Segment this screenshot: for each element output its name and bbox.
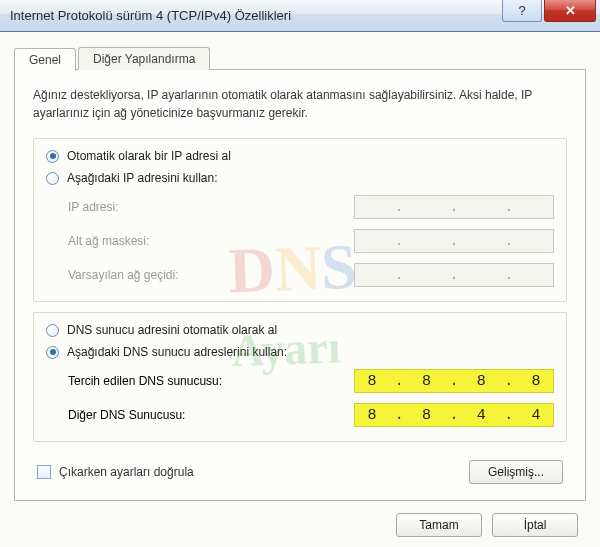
radio-icon bbox=[46, 172, 59, 185]
subnet-mask-input: ... bbox=[354, 229, 554, 253]
checkbox-icon bbox=[37, 465, 51, 479]
tab-panel-general: Ağınız destekliyorsa, IP ayarlarının oto… bbox=[14, 69, 586, 501]
gateway-row: Varsayılan ağ geçidi: ... bbox=[68, 263, 554, 287]
window-buttons: ? ✕ bbox=[502, 0, 596, 22]
advanced-button[interactable]: Gelişmiş... bbox=[469, 460, 563, 484]
radio-icon bbox=[46, 346, 59, 359]
dns-manual-label: Aşağıdaki DNS sunucu adreslerini kullan: bbox=[67, 345, 287, 359]
ok-button[interactable]: Tamam bbox=[396, 513, 482, 537]
ip-manual-label: Aşağıdaki IP adresini kullan: bbox=[67, 171, 218, 185]
client-area: DNS Ayarı Genel Diğer Yapılandırma Ağını… bbox=[0, 32, 600, 547]
dns-auto-label: DNS sunucu adresini otomatik olarak al bbox=[67, 323, 277, 337]
ip-address-label: IP adresi: bbox=[68, 200, 118, 214]
window-title: Internet Protokolü sürüm 4 (TCP/IPv4) Öz… bbox=[10, 8, 291, 23]
validate-on-exit-checkbox[interactable]: Çıkarken ayarları doğrula bbox=[37, 465, 194, 479]
subnet-mask-row: Alt ağ maskesi: ... bbox=[68, 229, 554, 253]
gateway-label: Varsayılan ağ geçidi: bbox=[68, 268, 179, 282]
dns-settings-group: DNS sunucu adresini otomatik olarak al A… bbox=[33, 312, 567, 442]
tabs: Genel Diğer Yapılandırma bbox=[14, 44, 586, 70]
ip-manual-radio[interactable]: Aşağıdaki IP adresini kullan: bbox=[46, 171, 554, 185]
titlebar[interactable]: Internet Protokolü sürüm 4 (TCP/IPv4) Öz… bbox=[0, 0, 600, 32]
preferred-dns-row: Tercih edilen DNS sunucusu: 8. 8. 8. 8 bbox=[68, 369, 554, 393]
ip-address-input: ... bbox=[354, 195, 554, 219]
alternate-dns-row: Diğer DNS Sunucusu: 8. 8. 4. 4 bbox=[68, 403, 554, 427]
radio-icon bbox=[46, 150, 59, 163]
dns-manual-radio[interactable]: Aşağıdaki DNS sunucu adreslerini kullan: bbox=[46, 345, 554, 359]
help-button[interactable]: ? bbox=[502, 0, 542, 22]
preferred-dns-input[interactable]: 8. 8. 8. 8 bbox=[354, 369, 554, 393]
description-text: Ağınız destekliyorsa, IP ayarlarının oto… bbox=[33, 86, 567, 122]
validate-label: Çıkarken ayarları doğrula bbox=[59, 465, 194, 479]
ip-address-row: IP adresi: ... bbox=[68, 195, 554, 219]
dialog-buttons: Tamam İptal bbox=[14, 501, 586, 537]
alternate-dns-input[interactable]: 8. 8. 4. 4 bbox=[354, 403, 554, 427]
close-button[interactable]: ✕ bbox=[544, 0, 596, 22]
dns-auto-radio[interactable]: DNS sunucu adresini otomatik olarak al bbox=[46, 323, 554, 337]
ip-auto-radio[interactable]: Otomatik olarak bir IP adresi al bbox=[46, 149, 554, 163]
preferred-dns-label: Tercih edilen DNS sunucusu: bbox=[68, 374, 222, 388]
cancel-button[interactable]: İptal bbox=[492, 513, 578, 537]
gateway-input: ... bbox=[354, 263, 554, 287]
ip-settings-group: Otomatik olarak bir IP adresi al Aşağıda… bbox=[33, 138, 567, 302]
radio-icon bbox=[46, 324, 59, 337]
tcpip-properties-dialog: Internet Protokolü sürüm 4 (TCP/IPv4) Öz… bbox=[0, 0, 600, 547]
tab-alternate[interactable]: Diğer Yapılandırma bbox=[78, 47, 210, 70]
subnet-mask-label: Alt ağ maskesi: bbox=[68, 234, 149, 248]
panel-footer: Çıkarken ayarları doğrula Gelişmiş... bbox=[33, 460, 567, 484]
alternate-dns-label: Diğer DNS Sunucusu: bbox=[68, 408, 185, 422]
ip-auto-label: Otomatik olarak bir IP adresi al bbox=[67, 149, 231, 163]
tab-general[interactable]: Genel bbox=[14, 48, 76, 71]
